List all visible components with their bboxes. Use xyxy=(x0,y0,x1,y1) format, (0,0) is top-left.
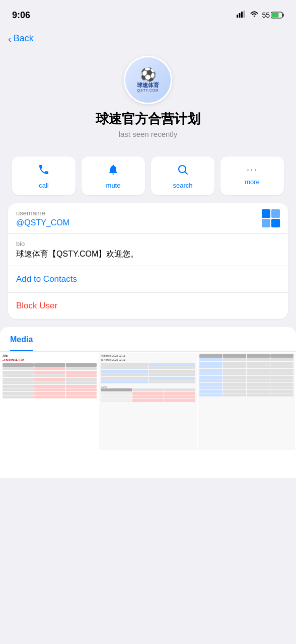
svg-rect-3 xyxy=(244,11,245,18)
status-time: 9:06 xyxy=(12,10,30,21)
username-label: username xyxy=(16,209,69,217)
profile-status: last seen recently xyxy=(119,130,178,138)
block-user-row[interactable]: Block User xyxy=(8,293,288,319)
media-item[interactable] xyxy=(198,353,295,450)
block-user-button[interactable]: Block User xyxy=(16,301,57,310)
username-row-content: username @QSTY_COM xyxy=(16,209,280,227)
bio-label: bio xyxy=(16,240,280,248)
bio-value: 球速体育【QSTY.COM】欢迎您。 xyxy=(16,249,280,260)
svg-line-8 xyxy=(185,172,188,175)
search-label: search xyxy=(173,182,192,189)
username-row: username @QSTY_COM xyxy=(8,203,288,234)
info-card: username @QSTY_COM bio 球速体育【QSTY.COM】欢迎您… xyxy=(8,203,288,319)
back-label: Back xyxy=(14,33,34,44)
mute-icon xyxy=(107,164,119,179)
qr-code-icon[interactable] xyxy=(262,209,280,227)
media-item[interactable]: 总额 -1630584.376 xyxy=(1,353,98,450)
signal-icon xyxy=(237,11,247,20)
svg-rect-2 xyxy=(241,12,243,18)
profile-section: ⚽ 球速体育 QSTY.COM 球速官方合营计划 last seen recen… xyxy=(0,48,296,148)
wifi-icon xyxy=(250,11,259,20)
avatar: ⚽ 球速体育 QSTY.COM xyxy=(124,56,172,104)
avatar-logo-text: 球速体育 xyxy=(137,82,159,88)
more-icon: ··· xyxy=(247,164,258,175)
bio-row: bio 球速体育【QSTY.COM】欢迎您。 xyxy=(8,234,288,266)
add-to-contacts-row[interactable]: Add to Contacts xyxy=(8,266,288,293)
call-button[interactable]: call xyxy=(12,156,76,195)
search-button[interactable]: search xyxy=(151,156,214,195)
media-item[interactable]: 注册时间: 2025-02-11 首存时间: 2025-02-11 0/256 xyxy=(99,353,196,450)
avatar-logo-sub: QSTY.COM xyxy=(137,89,159,92)
tab-media[interactable]: Media xyxy=(10,335,33,351)
svg-rect-0 xyxy=(237,15,238,18)
mute-button[interactable]: mute xyxy=(82,156,145,195)
username-content: username @QSTY_COM xyxy=(16,209,69,227)
media-tabs: Media xyxy=(0,327,296,352)
status-bar: 9:06 55 xyxy=(0,0,296,27)
more-label: more xyxy=(245,178,260,186)
status-icons: 55 xyxy=(237,11,284,20)
call-label: call xyxy=(39,182,49,189)
call-icon xyxy=(38,164,50,179)
battery-icon: 55 xyxy=(262,11,284,19)
back-chevron-icon: ‹ xyxy=(8,34,12,44)
more-button[interactable]: ··· more xyxy=(220,156,284,195)
action-buttons-row: call mute search ··· more xyxy=(0,148,296,203)
username-value[interactable]: @QSTY_COM xyxy=(16,218,69,227)
svg-rect-1 xyxy=(239,13,241,18)
add-to-contacts-button[interactable]: Add to Contacts xyxy=(16,274,77,284)
svg-rect-6 xyxy=(272,13,279,18)
search-icon xyxy=(177,164,189,179)
back-button[interactable]: ‹ Back xyxy=(4,29,42,48)
media-section: Media 总额 -1630584.376 注册时间: 2 xyxy=(0,327,296,478)
mute-label: mute xyxy=(106,182,121,189)
svg-rect-5 xyxy=(283,14,284,17)
profile-name: 球速官方合营计划 xyxy=(96,110,200,128)
media-grid: 总额 -1630584.376 注册时间: 2025-02-11 首存时间: 2… xyxy=(0,352,296,451)
